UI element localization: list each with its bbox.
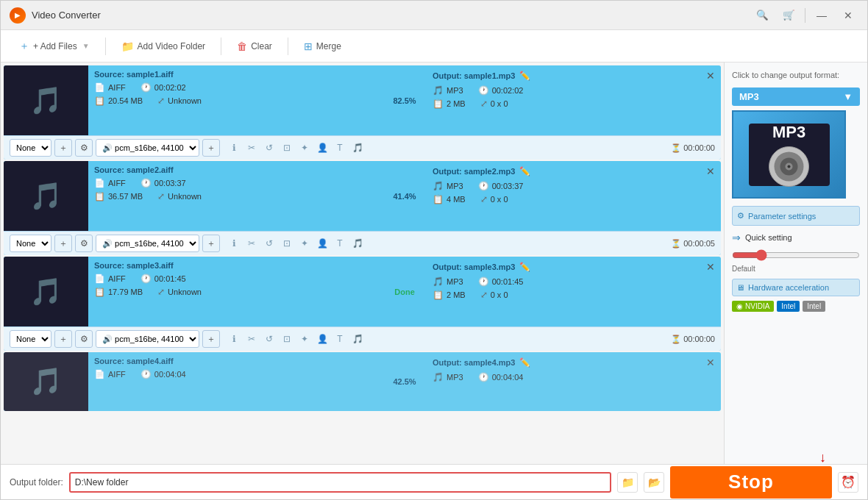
audio-edit-btn[interactable]: 🎵 [349, 331, 366, 347]
res2-icon: ⤢ [480, 194, 488, 204]
browse-folder-button[interactable]: 📁 [617, 472, 638, 493]
subtitle-settings-btn[interactable]: ⚙ [75, 330, 93, 348]
subtitle-select[interactable]: None [10, 330, 51, 348]
disc-graphic [769, 146, 809, 187]
effect-btn[interactable]: ✦ [296, 331, 313, 347]
alarm-button[interactable]: ⏰ [838, 472, 858, 493]
rotate-btn[interactable]: ↺ [261, 140, 277, 156]
watermark-btn[interactable]: 👤 [314, 140, 330, 156]
crop-btn[interactable]: ⊡ [279, 140, 295, 156]
audio-select[interactable]: 🔊 pcm_s16be, 44100 [96, 235, 199, 252]
format-selector[interactable]: MP3 ▼ [732, 88, 860, 106]
output-path-display: D:\New folder [75, 477, 605, 488]
size-icon: 📋 [433, 99, 444, 109]
add-folder-button[interactable]: 📁 Add Video Folder [112, 35, 216, 57]
effect-btn[interactable]: ✦ [296, 140, 313, 156]
subtitle-select[interactable]: None [10, 139, 51, 157]
subtitle-select[interactable]: None [10, 235, 51, 252]
file-output-info: Output: sample1.mp3 ✏️ ✕ 🎵MP3 🕐00:02:02 … [427, 65, 721, 135]
info-btn[interactable]: ℹ [226, 235, 242, 251]
cut-btn[interactable]: ✂ [243, 331, 260, 347]
separator-1 [105, 38, 106, 55]
clock-icon: 🕐 [140, 274, 152, 284]
audio-edit-btn[interactable]: 🎵 [349, 140, 366, 156]
mp3-icon: 🎵 [433, 276, 444, 287]
watermark-btn[interactable]: 👤 [314, 235, 330, 251]
minimize-button[interactable]: — [811, 7, 832, 24]
output-folder-label: Output folder: [10, 477, 63, 488]
cut-btn[interactable]: ✂ [243, 235, 260, 251]
audio-select[interactable]: 🔊 pcm_s16be, 44100 [96, 330, 199, 348]
music-note-icon: 🎵 [29, 276, 63, 307]
hourglass-icon: ⏳ [671, 239, 681, 249]
add-files-button[interactable]: ＋ + Add Files ▼ [10, 35, 99, 57]
add-audio-btn[interactable]: ＋ [202, 330, 220, 348]
audio-select[interactable]: 🔊 pcm_s16be, 44100 [96, 139, 199, 157]
edit-icon[interactable]: ✏️ [519, 166, 530, 176]
cut-btn[interactable]: ✂ [243, 140, 260, 156]
cart-button[interactable]: 🛒 [778, 7, 799, 24]
watermark-btn[interactable]: 👤 [314, 331, 330, 347]
audio-edit-btn[interactable]: 🎵 [349, 235, 366, 251]
file-thumbnail: 🎵 [4, 352, 88, 411]
bottom-bar: Output folder: D:\New folder 📁 📂 ↓ Stop … [1, 464, 867, 499]
right-panel: Click to change output format: MP3 ▼ MP3 [724, 63, 867, 464]
close-button[interactable]: ✕ [838, 7, 858, 24]
file-thumbnail: 🎵 [4, 65, 88, 135]
remove-file-button[interactable]: ✕ [706, 70, 715, 82]
file-output-info: Output: sample3.mp3 ✏️ ✕ 🎵MP3 🕐00:01:45 … [427, 257, 721, 326]
info-btn[interactable]: ℹ [226, 331, 242, 347]
subtitle-edit-btn[interactable]: T [332, 140, 348, 156]
remove-file-button[interactable]: ✕ [706, 165, 715, 177]
rotate-btn[interactable]: ↺ [261, 331, 277, 347]
output-label: Output: sample2.mp3 [433, 167, 515, 176]
file-source-info: Source: sample2.aiff 📄AIFF 🕐00:03:37 📋36… [88, 161, 383, 231]
file-list: 🎵 Source: sample1.aiff 📄AIFF 🕐00:02:02 📋… [1, 63, 724, 464]
mp3-icon: 🎵 [433, 85, 444, 96]
edit-icon[interactable]: ✏️ [519, 357, 530, 368]
output-label: Output: sample1.mp3 [433, 71, 515, 80]
subtitle-settings-btn[interactable]: ⚙ [75, 139, 93, 157]
format-change-title: Click to change output format: [732, 70, 860, 80]
progress-label: 82.5% [383, 65, 427, 135]
rotate-btn[interactable]: ↺ [261, 235, 277, 251]
edit-icon[interactable]: ✏️ [519, 71, 530, 81]
music-note-icon: 🎵 [29, 366, 63, 397]
open-folder-button[interactable]: 📂 [644, 472, 664, 493]
subtitle-edit-btn[interactable]: T [332, 331, 348, 347]
quality-slider[interactable] [732, 249, 860, 261]
add-subtitle-btn[interactable]: ＋ [54, 235, 72, 252]
file-item: 🎵 Source: sample4.aiff 📄AIFF 🕐00:04:04 4… [4, 352, 721, 411]
add-subtitle-btn[interactable]: ＋ [54, 330, 72, 348]
mp3-icon-badge: MP3 [749, 124, 830, 186]
file-toolbar-1: None ＋ ⚙ 🔊 pcm_s16be, 44100 ＋ ℹ ✂ ↺ ⊡ ✦ … [4, 135, 721, 160]
remove-file-button[interactable]: ✕ [706, 357, 715, 368]
subtitle-edit-btn[interactable]: T [332, 235, 348, 251]
effect-btn[interactable]: ✦ [296, 235, 313, 251]
source-label: Source: sample1.aiff [94, 70, 377, 79]
hardware-acceleration-button[interactable]: 🖥 Hardware acceleration [732, 279, 860, 296]
stop-button[interactable]: Stop [670, 466, 832, 499]
source-label: Source: sample4.aiff [94, 357, 377, 365]
crop-btn[interactable]: ⊡ [279, 331, 295, 347]
add-subtitle-btn[interactable]: ＋ [54, 139, 72, 157]
edit-icon[interactable]: ✏️ [519, 262, 530, 272]
info-btn[interactable]: ℹ [226, 140, 242, 156]
merge-button[interactable]: ⊞ Merge [294, 35, 351, 57]
nvidia-badge: ◉ NVIDIA [732, 301, 774, 312]
res-icon: ⤢ [157, 287, 165, 297]
file-icon: 📋 [94, 287, 105, 297]
output-label: Output: sample4.mp3 [433, 358, 515, 367]
add-audio-btn[interactable]: ＋ [202, 139, 220, 157]
parameter-settings-button[interactable]: ⚙ Parameter settings [732, 206, 860, 226]
res-icon: ⤢ [157, 191, 165, 201]
clock-icon: 🕐 [140, 178, 152, 188]
add-audio-btn[interactable]: ＋ [202, 235, 220, 252]
search-button[interactable]: 🔍 [752, 7, 772, 24]
crop-btn[interactable]: ⊡ [279, 235, 295, 251]
subtitle-settings-btn[interactable]: ⚙ [75, 235, 93, 252]
remove-file-button[interactable]: ✕ [706, 261, 715, 273]
clock-icon: 🕐 [140, 369, 152, 379]
progress-label: 42.5% [383, 352, 427, 411]
clear-button[interactable]: 🗑 Clear [227, 35, 282, 57]
